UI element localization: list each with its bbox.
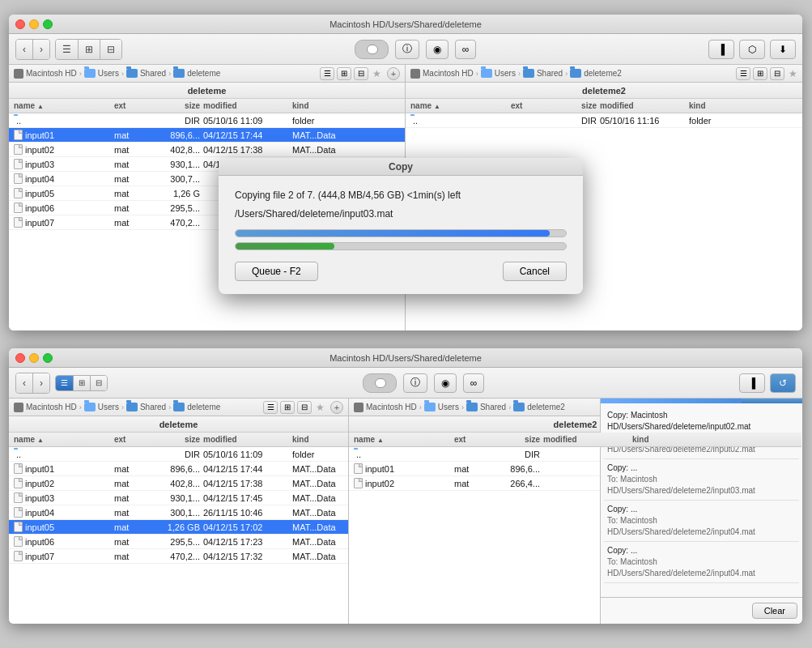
zoom-button-b[interactable] (43, 353, 53, 363)
back-button-b[interactable]: ‹ (16, 373, 33, 393)
file-name: input05 (25, 522, 54, 532)
file-name: .. (16, 450, 21, 459)
star-btn-bl[interactable]: ★ (316, 402, 325, 413)
preview-button-b[interactable]: ◉ (434, 373, 457, 393)
doc-icon (14, 478, 25, 488)
minimize-button[interactable] (29, 19, 39, 29)
col-modified-header-r[interactable]: modified (600, 101, 689, 110)
link-button-b[interactable]: ∞ (463, 373, 485, 393)
file-modified: 04/12/15 17:32 (203, 552, 292, 561)
icon-btn-bl[interactable]: ⊞ (280, 401, 295, 414)
col-ext-bl[interactable]: ext (114, 435, 147, 444)
preview-button[interactable]: ◉ (426, 40, 449, 59)
table-row[interactable]: input03mat930,1...04/12/15 17:45MAT...Da… (9, 491, 348, 505)
file-kind: MAT...Data (292, 493, 348, 503)
table-row[interactable]: input02mat402,8...04/12/15 17:38MAT...Da… (9, 143, 405, 157)
col-ext-header-r[interactable]: ext (511, 101, 543, 110)
grid-view-btn-r[interactable]: ⊟ (770, 67, 784, 80)
add-tab-btn[interactable]: + (387, 67, 400, 80)
table-row[interactable]: input06mat295,5...04/12/15 17:23MAT...Da… (9, 535, 348, 549)
bc-br-shared: Shared (480, 403, 506, 411)
col-kind-br[interactable]: kind (632, 435, 801, 444)
grid-btn-bl[interactable]: ⊟ (297, 401, 312, 414)
action1-button[interactable]: ▐ (708, 40, 734, 59)
users-icon-br (424, 403, 436, 411)
col-modified-bl[interactable]: modified (203, 435, 292, 444)
cancel-button[interactable]: Cancel (503, 262, 567, 281)
table-row[interactable]: input05mat1,26 GB04/12/15 17:02MAT...Dat… (9, 520, 348, 535)
col-kind-header-r[interactable]: kind (689, 101, 802, 110)
col-size-br[interactable]: size (487, 435, 543, 444)
bottom-left-pane: Macintosh HD › Users › Shared › deleteme… (9, 399, 349, 624)
file-ext: mat (114, 160, 147, 169)
col-size-header[interactable]: size (147, 101, 203, 110)
queue-item-path: To: Macintosh HD/Users/Shared/deleteme2/… (607, 556, 796, 579)
file-modified: 04/12/15 17:44 (203, 130, 292, 140)
col-ext-header[interactable]: ext (114, 101, 147, 110)
list-view-btn-r[interactable]: ☰ (736, 67, 750, 80)
list-view-button-b[interactable]: ☰ (56, 376, 74, 390)
icon-view-btn[interactable]: ⊞ (337, 67, 351, 80)
table-row[interactable]: input02mat402,8...04/12/15 17:38MAT...Da… (9, 476, 348, 491)
progress-bar-1 (235, 229, 567, 237)
col-name-header-r[interactable]: name ▲ (406, 101, 511, 110)
link-button[interactable]: ∞ (455, 40, 477, 59)
zoom-button[interactable] (43, 19, 53, 29)
forward-button[interactable]: › (33, 40, 49, 59)
action1-button-b[interactable]: ▐ (739, 373, 765, 393)
dialog-message-1: Copying file 2 of 7. (444,8 MB/4,56 GB) … (235, 189, 567, 202)
file-kind: folder (292, 116, 405, 126)
info-button-b[interactable]: ⓘ (403, 373, 427, 393)
col-name-br[interactable]: name ▲ (349, 435, 454, 444)
info-button[interactable]: ⓘ (395, 40, 419, 59)
icon-view-btn-r[interactable]: ⊞ (753, 67, 767, 80)
icon-view-button-b[interactable]: ⊞ (74, 376, 91, 390)
grid-view-btn[interactable]: ⊟ (354, 67, 368, 80)
star-btn-r[interactable]: ★ (789, 68, 797, 79)
file-size: 266,4... (487, 479, 543, 488)
table-row[interactable]: ..DIR05/10/16 11:09folder (9, 447, 348, 462)
file-size: 402,8... (147, 145, 203, 155)
queue-button[interactable]: Queue - F2 (235, 262, 318, 281)
col-modified-header[interactable]: modified (203, 101, 292, 110)
action2-button[interactable]: ⬡ (739, 40, 765, 59)
table-row[interactable]: input01mat896,6...04/12/15 17:44MAT...Da… (9, 128, 405, 143)
col-name-header[interactable]: name ▲ (9, 101, 114, 110)
grid-view-button-b[interactable]: ⊟ (91, 376, 107, 390)
col-name-bl[interactable]: name ▲ (9, 435, 114, 444)
col-size-header-r[interactable]: size (543, 101, 600, 110)
table-row[interactable]: input04mat300,1...26/11/15 10:46MAT...Da… (9, 505, 348, 520)
table-row[interactable]: input01mat896,6...04/12/15 17:44MAT...Da… (9, 462, 348, 476)
file-kind: folder (689, 116, 802, 126)
col-modified-br[interactable]: modified (543, 435, 632, 444)
table-row[interactable]: ..DIR05/10/16 11:16folder (406, 113, 802, 128)
close-button-b[interactable] (15, 353, 25, 363)
list-view-btn[interactable]: ☰ (320, 67, 334, 80)
clear-button[interactable]: Clear (752, 603, 797, 619)
file-name: input01 (365, 464, 394, 474)
table-row[interactable]: ..DIR05/10/16 11:09folder (9, 113, 405, 128)
download-button[interactable]: ⬇ (770, 40, 796, 59)
col-kind-header[interactable]: kind (292, 101, 405, 110)
grid-view-button[interactable]: ⊟ (100, 40, 121, 59)
minimize-button-b[interactable] (29, 353, 39, 363)
close-button[interactable] (15, 19, 25, 29)
icon-view-button[interactable]: ⊞ (79, 40, 100, 59)
file-ext: mat (114, 130, 147, 140)
bc-bl-users: Users (98, 403, 119, 411)
forward-button-b[interactable]: › (33, 373, 49, 393)
col-kind-bl[interactable]: kind (292, 435, 348, 444)
bc-br-hd: Macintosh HD (366, 403, 417, 411)
list-view-button[interactable]: ☰ (56, 40, 79, 59)
add-tab-btn-bl[interactable]: + (330, 401, 343, 414)
table-row[interactable]: input07mat470,2...04/12/15 17:32MAT...Da… (9, 549, 348, 564)
back-button[interactable]: ‹ (16, 40, 33, 59)
toggle-button-b[interactable] (363, 373, 397, 393)
file-ext: mat (114, 479, 147, 488)
list-btn-bl[interactable]: ☰ (263, 401, 278, 414)
star-btn[interactable]: ★ (372, 68, 381, 79)
sync-button-b[interactable]: ↺ (770, 373, 796, 393)
col-size-bl[interactable]: size (147, 435, 203, 444)
col-ext-br[interactable]: ext (454, 435, 487, 444)
toggle-button[interactable] (355, 40, 389, 59)
